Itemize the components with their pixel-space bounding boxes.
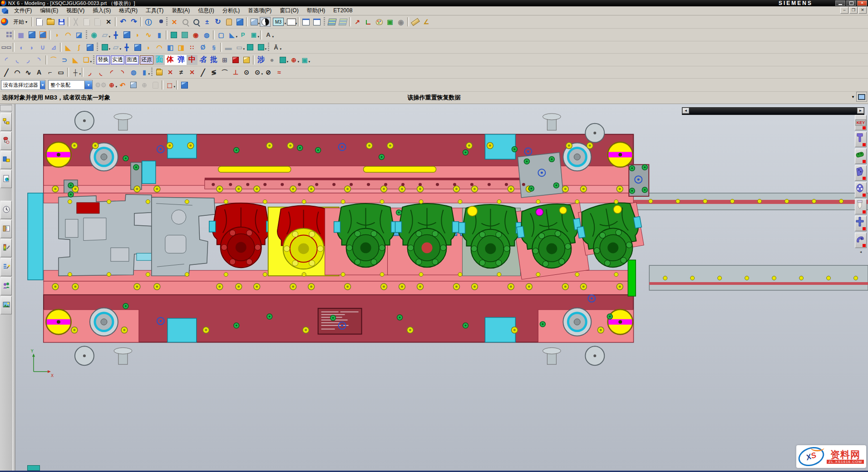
boltY-fastener[interactable] (381, 186, 387, 192)
boltS-fastener[interactable] (458, 199, 462, 204)
corner-icon[interactable]: ⌐ (44, 67, 55, 77)
key-doc-icon[interactable] (154, 67, 165, 77)
toolbar-drag-handle[interactable] (166, 17, 168, 26)
holeD-fastener[interactable] (263, 183, 266, 186)
zoom-inout-icon[interactable]: ± (202, 17, 212, 27)
gold-cube-icon[interactable] (241, 55, 252, 65)
circle-1-icon[interactable]: ⊙ (241, 67, 252, 77)
boltS-fastener[interactable] (772, 276, 776, 280)
boltS-fastener[interactable] (812, 199, 816, 203)
split-body-icon[interactable]: ◧ (165, 42, 176, 52)
boltY-fastener[interactable] (52, 283, 59, 290)
measure-angle-icon[interactable]: ∠ (421, 17, 432, 27)
swept-icon[interactable]: ∿ (143, 30, 154, 40)
boltY-fastener[interactable] (308, 186, 315, 192)
show-cube-icon[interactable] (179, 80, 190, 90)
tile-window-icon[interactable] (311, 17, 322, 27)
point-icon[interactable]: ┼▾ (70, 67, 81, 77)
boltS-fastener[interactable] (649, 199, 653, 203)
boltS-fastener[interactable] (302, 273, 306, 277)
boltY-fastener[interactable] (616, 186, 623, 192)
teal-b-icon[interactable]: ▾ (256, 42, 266, 52)
menu-item-5[interactable]: 工具(T) (142, 7, 168, 14)
boltY-fastener[interactable] (562, 186, 568, 192)
name-char-icon[interactable]: 名 (197, 55, 208, 65)
boltY-fastener[interactable] (217, 283, 223, 290)
ruled-icon[interactable]: ◜ (1, 55, 12, 65)
boltS-fastener[interactable] (614, 199, 618, 204)
revolve-icon[interactable]: ◗ (132, 30, 143, 40)
through-curves-icon[interactable]: ◟ (12, 55, 23, 65)
sweep-a-icon[interactable]: ◗ (52, 30, 63, 40)
scroll-left-button[interactable]: ◄ (682, 108, 689, 114)
boltS-fastener[interactable] (854, 276, 858, 280)
boltS-fastener[interactable] (380, 199, 384, 204)
plane2-icon[interactable]: ▱▾ (110, 42, 121, 52)
boltY-fastener[interactable] (154, 283, 160, 290)
pattern-icon[interactable]: ∷ (187, 42, 197, 52)
dowel-fastener[interactable] (553, 183, 559, 188)
dowel-fastener[interactable] (267, 314, 272, 319)
new-window-icon[interactable] (301, 17, 311, 27)
mdi-restore-button[interactable]: ❐ (849, 7, 858, 14)
boltS-fastener[interactable] (419, 273, 423, 277)
holeD-fastener[interactable] (315, 183, 318, 186)
pilot-yellow-1[interactable] (467, 206, 477, 216)
boltS-fastener[interactable] (68, 199, 72, 204)
left-gib-block[interactable] (28, 193, 43, 280)
hole2-icon[interactable]: Ø (197, 42, 208, 52)
boltY-fastener[interactable] (52, 186, 59, 192)
rectangle-icon[interactable]: ▭ (55, 67, 66, 77)
holeD-fastener[interactable] (401, 183, 404, 186)
bend-1-icon[interactable]: ◖ (15, 42, 26, 52)
jar-icon[interactable]: ◍ (128, 67, 139, 77)
boltS-fastener[interactable] (839, 199, 843, 203)
auto-dimension-icon[interactable]: A▾ (263, 30, 274, 40)
boltS-fastener[interactable] (263, 199, 267, 204)
toolbar-drag-handle[interactable] (93, 55, 94, 65)
holeD-fastener[interactable] (212, 183, 215, 186)
menu-item-1[interactable]: 编辑(E) (36, 7, 62, 14)
face-char-icon[interactable]: 面 (154, 55, 165, 65)
toolbar-overflow-icon[interactable]: ▼ (851, 95, 855, 99)
boltY-fastener[interactable] (399, 186, 405, 192)
strip-sheet-a[interactable] (59, 194, 153, 276)
bracket-template-button[interactable] (855, 165, 867, 181)
dowel-fastener[interactable] (68, 183, 74, 188)
quick-pick-icon[interactable] (128, 80, 139, 90)
menu-item-11[interactable]: 帮助(H) (303, 7, 330, 14)
flat-icon[interactable]: ▭▾ (234, 42, 245, 52)
boltY-fastener[interactable] (266, 143, 273, 149)
punch-template-button[interactable] (855, 132, 867, 147)
die-assembly-view[interactable]: Y X (15, 104, 868, 471)
toolbar-drag-handle[interactable] (268, 43, 269, 52)
bridge-icon[interactable]: ⌒ (48, 55, 59, 65)
dowel-fastener[interactable] (123, 303, 128, 309)
rotate-wcs-icon[interactable]: ⊕ (139, 80, 150, 90)
boltS-fastener[interactable] (380, 273, 384, 277)
flange-g-icon[interactable]: ◣ (70, 55, 81, 65)
boltY-fastener[interactable] (308, 283, 315, 290)
delete-icon[interactable]: ✕ (103, 17, 114, 27)
dowel-fastener[interactable] (642, 187, 647, 193)
boltS-fastener[interactable] (799, 276, 804, 280)
red-cube-icon[interactable] (230, 55, 241, 65)
offset-curve-icon[interactable]: ≶ (208, 67, 219, 77)
boltS-fastener[interactable] (536, 273, 540, 277)
wire-box-icon[interactable]: ▦ (15, 30, 26, 40)
boltS-fastener[interactable] (419, 199, 423, 204)
box-dd-icon[interactable]: ▣▾ (299, 55, 310, 65)
insert-template-button[interactable] (855, 149, 867, 164)
boltY-fastener[interactable] (407, 327, 414, 333)
shaded-box-icon[interactable] (26, 30, 37, 40)
spring-char-icon[interactable]: 弹 (176, 55, 187, 65)
menu-item-9[interactable]: 首选项(P) (244, 7, 276, 14)
wcs-triad[interactable]: Y X (30, 349, 54, 378)
project-curve-icon[interactable]: ╱ (197, 67, 208, 77)
boltY-fastener[interactable] (254, 186, 260, 192)
boltY-fastener[interactable] (121, 327, 128, 333)
fillet-2-icon[interactable]: ◟ (95, 67, 106, 77)
holeD-fastener[interactable] (488, 183, 491, 186)
restore-button[interactable] (846, 0, 856, 6)
sweep-b-icon[interactable]: ◠ (63, 30, 74, 40)
